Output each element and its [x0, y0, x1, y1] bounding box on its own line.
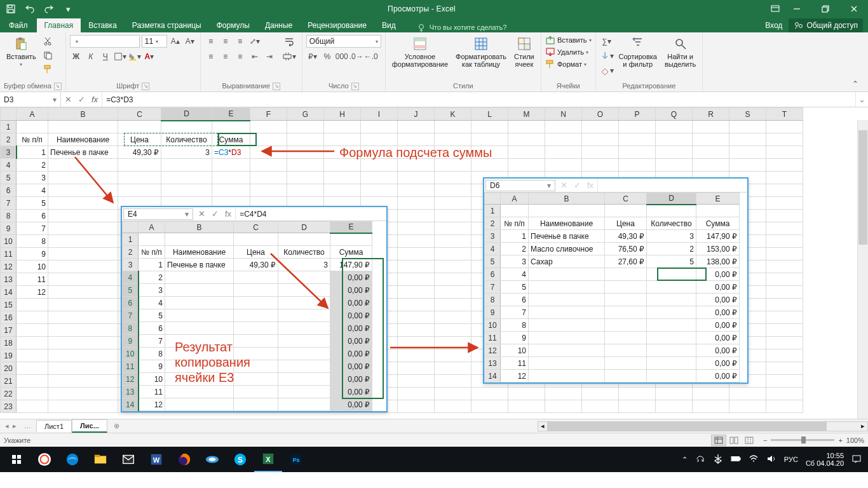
alignment-dialog-icon[interactable]: ↘ — [273, 83, 280, 90]
tab-layout[interactable]: Разметка страницы — [125, 18, 209, 32]
tray-battery-icon[interactable] — [731, 454, 741, 465]
align-right-icon[interactable]: ≡ — [234, 50, 247, 63]
start-button[interactable] — [3, 447, 31, 472]
signin-link[interactable]: Вход — [765, 21, 782, 30]
excel-task-icon[interactable]: X — [254, 447, 282, 472]
cell-styles-button[interactable]: Стили ячеек — [512, 35, 537, 69]
align-bottom-icon[interactable]: ≡ — [234, 35, 247, 48]
font-name-dropdown[interactable]: ▾ — [70, 35, 140, 48]
skype-icon[interactable]: S — [226, 447, 254, 472]
increase-font-icon[interactable]: A▴ — [169, 35, 182, 48]
new-sheet-icon[interactable]: ⊕ — [107, 422, 126, 430]
view-page-layout-icon[interactable] — [726, 435, 742, 446]
merge-icon[interactable]: ▾ — [282, 50, 296, 63]
edge-icon[interactable] — [58, 447, 86, 472]
expand-formula-bar-icon[interactable]: ⌄ — [855, 92, 868, 107]
name-box[interactable]: D3▾ — [0, 92, 61, 107]
worksheet-grid[interactable]: ABCDEFGHIJKLMNOPQRST12№ п/пНаименованиеЦ… — [0, 107, 868, 419]
undo-icon[interactable] — [23, 2, 37, 16]
insert-cells-button[interactable]: Вставить▾ — [545, 35, 592, 45]
zoom-out-icon[interactable]: − — [763, 437, 767, 444]
format-painter-icon[interactable] — [41, 63, 54, 76]
view-page-break-icon[interactable] — [742, 435, 757, 446]
tray-wifi-icon[interactable] — [749, 454, 759, 465]
sheet-nav-prev-icon[interactable]: ◂ — [5, 422, 9, 430]
firefox-icon[interactable] — [170, 447, 198, 472]
percent-icon[interactable]: % — [321, 50, 334, 63]
tray-language[interactable]: РУС — [784, 456, 798, 463]
fill-color-icon[interactable]: ▾ — [128, 50, 141, 63]
delete-cells-button[interactable]: Удалить▾ — [545, 47, 588, 57]
font-color-icon[interactable]: A▾ — [143, 50, 156, 63]
zoom-slider[interactable] — [771, 439, 834, 441]
bold-button[interactable]: Ж — [70, 50, 83, 63]
tray-clock[interactable]: 10:55Сб 04.04.20 — [806, 452, 844, 467]
format-as-table-button[interactable]: Форматировать как таблицу — [453, 35, 509, 69]
insert-function-icon[interactable]: fx — [92, 95, 98, 104]
align-top-icon[interactable]: ≡ — [205, 35, 217, 48]
tray-chevron-icon[interactable]: ⌃ — [682, 456, 688, 464]
tab-view[interactable]: Вид — [374, 18, 403, 32]
tray-volume-icon[interactable] — [766, 454, 776, 465]
minimize-button[interactable] — [782, 0, 811, 18]
find-select-button[interactable]: Найти и выделить — [662, 35, 698, 69]
number-dialog-icon[interactable]: ↘ — [351, 83, 359, 90]
paste-button[interactable]: Вставить ▾ — [4, 35, 39, 69]
tab-formulas[interactable]: Формулы — [209, 18, 257, 32]
save-icon[interactable] — [4, 2, 18, 16]
decrease-decimal-icon[interactable]: ←.0 — [365, 50, 377, 63]
decrease-font-icon[interactable]: A▾ — [184, 35, 196, 48]
share-button[interactable]: Общий доступ — [789, 18, 863, 32]
sheet-tab-active[interactable]: Лис... — [72, 419, 107, 433]
font-dialog-icon[interactable]: ↘ — [142, 83, 149, 90]
mail-icon[interactable] — [114, 447, 142, 472]
tell-me[interactable]: Что вы хотите сделать? — [416, 22, 507, 32]
decrease-indent-icon[interactable]: ⇤ — [248, 50, 261, 63]
restore-button[interactable] — [811, 0, 839, 18]
tray-notifications-icon[interactable] — [851, 454, 862, 465]
collapse-ribbon-icon[interactable]: ⌃ — [849, 78, 862, 90]
italic-button[interactable]: К — [85, 50, 97, 63]
cancel-entry-icon[interactable]: ✕ — [65, 95, 72, 104]
underline-button[interactable]: Ч — [99, 50, 112, 63]
align-center-icon[interactable]: ≡ — [219, 50, 232, 63]
fill-icon[interactable]: ▾ — [600, 50, 614, 62]
number-format-dropdown[interactable]: Общий▾ — [306, 35, 381, 48]
orientation-icon[interactable]: ⤢▾ — [248, 35, 261, 48]
tab-home[interactable]: Главная — [37, 18, 81, 32]
format-cells-button[interactable]: Формат▾ — [545, 59, 587, 69]
zoom-in-icon[interactable]: + — [838, 437, 842, 444]
word-icon[interactable]: W — [142, 447, 170, 472]
clear-icon[interactable]: ▾ — [600, 64, 614, 77]
cut-icon[interactable] — [41, 35, 54, 48]
ribbon-options-icon[interactable] — [768, 2, 782, 16]
sheet-nav-next-icon[interactable]: ▸ — [13, 422, 17, 430]
sort-filter-button[interactable]: Сортировка и фильтр — [616, 35, 660, 69]
autosum-icon[interactable]: ∑▾ — [600, 35, 614, 48]
tray-headset-icon[interactable] — [695, 454, 705, 465]
zoom-level[interactable]: 100% — [846, 437, 864, 444]
vertical-scrollbar[interactable] — [857, 120, 868, 419]
currency-icon[interactable]: ₽▾ — [306, 50, 319, 63]
increase-indent-icon[interactable]: ⇥ — [263, 50, 276, 63]
tab-file[interactable]: Файл — [0, 18, 37, 32]
tab-data[interactable]: Данные — [257, 18, 300, 32]
increase-decimal-icon[interactable]: .0→ — [350, 50, 363, 63]
sheet-tab-1[interactable]: Лист1 — [36, 420, 72, 432]
horizontal-scrollbar[interactable]: ◂▸ — [538, 421, 868, 431]
tab-insert[interactable]: Вставка — [81, 18, 125, 32]
font-size-dropdown[interactable]: 11▾ — [142, 35, 167, 48]
wrap-text-icon[interactable] — [282, 35, 296, 48]
clipboard-dialog-icon[interactable]: ↘ — [54, 83, 62, 90]
view-normal-icon[interactable] — [711, 435, 726, 446]
yandex-icon[interactable] — [31, 447, 58, 472]
close-button[interactable] — [839, 0, 868, 18]
conditional-formatting-button[interactable]: Условное форматирование — [390, 35, 451, 69]
comma-icon[interactable]: 000 — [336, 50, 348, 63]
photoshop-icon[interactable]: Ps — [282, 447, 310, 472]
tab-review[interactable]: Рецензирование — [300, 18, 374, 32]
align-left-icon[interactable]: ≡ — [205, 50, 217, 63]
tray-bluetooth-icon[interactable] — [713, 454, 723, 465]
confirm-entry-icon[interactable]: ✓ — [78, 95, 85, 104]
chromium-icon[interactable] — [198, 447, 226, 472]
